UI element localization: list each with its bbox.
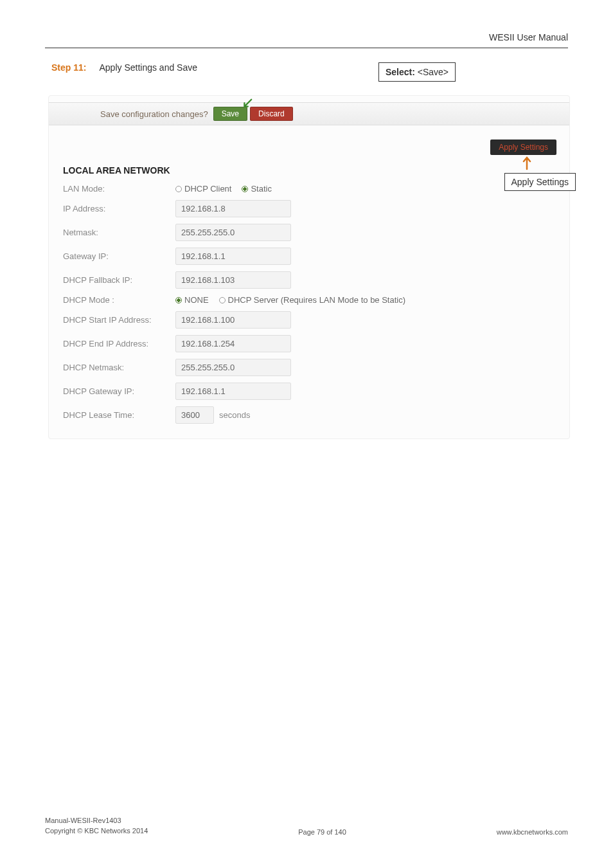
lan-mode-label: LAN Mode: — [63, 184, 175, 194]
footer-page-number: Page 79 of 140 — [298, 828, 346, 836]
dhcp-gateway-input[interactable] — [175, 383, 291, 400]
dhcp-lease-label: DHCP Lease Time: — [63, 410, 175, 420]
netmask-label: Netmask: — [63, 228, 175, 237]
dhcp-netmask-input[interactable] — [175, 359, 291, 376]
radio-dhcp-client[interactable] — [175, 186, 182, 192]
select-value: <Save> — [418, 67, 449, 77]
dhcp-fallback-input[interactable] — [175, 271, 291, 289]
manual-title: WESII User Manual — [45, 32, 568, 48]
save-arrow-icon — [241, 98, 253, 110]
radio-dhcp-none-label: NONE — [184, 295, 209, 305]
footer-url: www.kbcnetworks.com — [497, 828, 568, 836]
save-bar: Save configuration changes? Save Discard — [49, 102, 569, 125]
dhcp-end-label: DHCP End IP Address: — [63, 339, 175, 348]
config-screenshot: Save configuration changes? Save Discard… — [48, 95, 570, 439]
footer-manual-rev: Manual-WESII-Rev1403 — [45, 816, 148, 826]
gateway-ip-input[interactable] — [175, 248, 291, 265]
dhcp-lease-unit: seconds — [219, 410, 250, 420]
radio-static-label: Static — [251, 184, 272, 194]
dhcp-fallback-label: DHCP Fallback IP: — [63, 275, 175, 285]
radio-dhcp-server[interactable] — [219, 297, 226, 303]
step-title: Apply Settings and Save — [99, 62, 197, 73]
dhcp-mode-label: DHCP Mode : — [63, 295, 175, 305]
page-footer: Manual-WESII-Rev1403 Copyright © KBC Net… — [45, 816, 568, 836]
dhcp-end-input[interactable] — [175, 335, 291, 352]
apply-arrow-icon — [522, 156, 532, 170]
discard-button[interactable]: Discard — [250, 107, 293, 121]
dhcp-start-input[interactable] — [175, 311, 291, 329]
netmask-input[interactable] — [175, 224, 291, 241]
radio-dhcp-none[interactable] — [175, 297, 182, 303]
lan-section-heading: LOCAL AREA NETWORK — [49, 159, 569, 181]
ip-address-label: IP Address: — [63, 204, 175, 213]
radio-dhcp-client-label: DHCP Client — [184, 184, 231, 194]
step-label: Step 11: — [51, 62, 86, 73]
dhcp-netmask-label: DHCP Netmask: — [63, 363, 175, 372]
gateway-ip-label: Gateway IP: — [63, 251, 175, 261]
dhcp-lease-input[interactable] — [175, 406, 214, 424]
apply-settings-callout: Apply Settings — [504, 173, 576, 191]
save-config-label: Save configuration changes? — [100, 109, 208, 119]
footer-copyright: Copyright © KBC Networks 2014 — [45, 826, 148, 836]
dhcp-gateway-label: DHCP Gateway IP: — [63, 386, 175, 396]
ip-address-input[interactable] — [175, 200, 291, 217]
dhcp-start-label: DHCP Start IP Address: — [63, 315, 175, 325]
select-callout: Select: <Save> — [378, 62, 456, 82]
apply-settings-button[interactable]: Apply Settings — [490, 140, 556, 155]
select-label: Select: — [386, 67, 415, 77]
radio-dhcp-server-label: DHCP Server (Requires LAN Mode to be Sta… — [228, 295, 405, 305]
radio-static[interactable] — [242, 186, 248, 192]
